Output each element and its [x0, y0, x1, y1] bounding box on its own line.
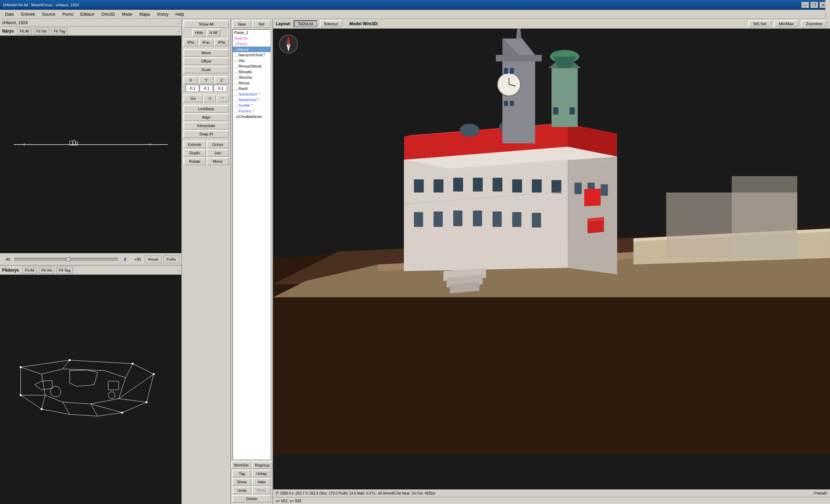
mirror-button[interactable]: Mirror: [207, 158, 229, 165]
menu-item-orto3d[interactable]: Orto3D: [98, 11, 118, 18]
offset-button[interactable]: Offset: [183, 57, 229, 65]
pudorys-canvas[interactable]: [0, 275, 181, 504]
scale-button[interactable]: Scale: [183, 66, 229, 74]
min-max-button[interactable]: Min/Max: [774, 20, 798, 27]
menu-item-snímek[interactable]: Snímek: [17, 11, 39, 18]
move-button[interactable]: Move: [183, 49, 229, 57]
list-item[interactable]: ....NarozniVchod *: [233, 52, 271, 58]
narys-fit-all[interactable]: Fit All: [17, 28, 32, 35]
linebase-button[interactable]: LineBase: [183, 105, 229, 113]
svg-point-21: [132, 363, 134, 364]
undo-button[interactable]: Undo: [232, 486, 251, 494]
todolist-tab[interactable]: ToDoList: [294, 20, 317, 27]
bokorys-tab[interactable]: Bokorys: [320, 20, 342, 27]
narys-fit-vis[interactable]: Fit Vis: [34, 28, 49, 35]
untag-button[interactable]: Untag: [252, 470, 271, 477]
xyz-values-row: [183, 85, 229, 92]
duplic-button[interactable]: Duplic: [183, 149, 206, 157]
svg-rect-68: [512, 180, 522, 192]
svg-line-14: [42, 395, 45, 409]
menu-item-mapa[interactable]: Mapa: [136, 11, 153, 18]
redo-button[interactable]: Redo: [252, 486, 271, 494]
workset-button[interactable]: WorkSet: [231, 461, 251, 469]
tag-button[interactable]: Tag: [232, 470, 251, 477]
extrude-button[interactable]: Extrude: [183, 141, 206, 148]
menu-item-data[interactable]: Data: [1, 11, 17, 18]
go-button[interactable]: Go: [183, 94, 203, 102]
tpts-button[interactable]: tPts: [183, 38, 198, 46]
menu-item-source[interactable]: Source: [39, 11, 59, 18]
list-item[interactable]: ....Rimsa: [233, 80, 271, 86]
menu-item-pumo[interactable]: Pumo: [59, 11, 77, 18]
narys-canvas[interactable]: [0, 36, 181, 253]
ochoz-button[interactable]: Ochoz: [207, 141, 229, 148]
svg-point-24: [121, 412, 123, 413]
svg-rect-75: [493, 211, 502, 227]
regroup-button[interactable]: Regroup: [252, 461, 272, 469]
viewport-top-header: Nárys Fit All Fit Vis Fit Tag -: [0, 27, 181, 36]
list-item[interactable]: .uFanta: [233, 41, 271, 47]
foro-button[interactable]: FoRo: [163, 255, 179, 263]
pudorys-fit-all[interactable]: Fit All: [22, 267, 37, 274]
svg-point-23: [146, 401, 148, 403]
y-input[interactable]: [200, 85, 213, 92]
list-item[interactable]: ....Strecha: [233, 75, 271, 80]
list-new-set-row: New Set: [231, 19, 272, 29]
coords-text: x= 652, y= 933: [276, 499, 301, 503]
set-button[interactable]: Set: [252, 20, 271, 28]
h-all-button[interactable]: H All: [207, 29, 220, 36]
list-item[interactable]: ....Svetlik *: [233, 103, 271, 108]
new-button[interactable]: New: [232, 20, 251, 28]
list-item[interactable]: ..uChodbaSever: [233, 114, 271, 119]
rotate-button[interactable]: Rotate: [183, 158, 206, 165]
svg-point-17: [50, 386, 61, 397]
tfac-button[interactable]: tFac: [199, 38, 214, 46]
x-button[interactable]: X: [183, 76, 198, 84]
y-button[interactable]: Y: [199, 76, 214, 84]
z-input[interactable]: [214, 85, 227, 92]
menu-item-mode[interactable]: Mode: [118, 11, 136, 18]
align-button[interactable]: Align: [183, 113, 229, 121]
list-item[interactable]: ....NastavbaZ *: [233, 97, 271, 103]
narys-fit-tag[interactable]: Fit Tag: [51, 28, 68, 35]
svg-point-20: [69, 359, 71, 361]
x-input[interactable]: [186, 85, 199, 92]
menu-item-editace[interactable]: Editace: [77, 11, 98, 18]
pudorys-fit-tag[interactable]: Fit Tag: [56, 267, 73, 274]
list-item[interactable]: ....Kominy *: [233, 108, 271, 114]
delete-button[interactable]: Delete: [232, 495, 271, 503]
slider-track[interactable]: [15, 258, 118, 261]
join-button[interactable]: Join: [207, 149, 229, 157]
list-item[interactable]: ....NastavbaV *: [233, 91, 271, 97]
list-item[interactable]: Sadova: [233, 35, 271, 41]
list-item[interactable]: ....Sloupky: [233, 69, 271, 75]
pudorys-fit-vis[interactable]: Fit Vis: [39, 267, 54, 274]
tpfa-button[interactable]: tPfa: [214, 38, 229, 46]
list-item[interactable]: ..uSever: [233, 47, 271, 52]
menu-item-help[interactable]: Help: [172, 11, 188, 18]
snap-pt-button[interactable]: Snap Pt: [183, 130, 229, 138]
filepath-bar: vHlavni, 1924 -: [0, 19, 181, 27]
restore-button[interactable]: ❐: [810, 2, 818, 8]
star-button[interactable]: *: [217, 94, 229, 102]
ws-set-button[interactable]: WS Set: [748, 20, 771, 27]
menu-item-vrstvy[interactable]: Vrstvy: [153, 11, 172, 18]
list-item[interactable]: ....Vez: [233, 58, 271, 63]
hide-btn2[interactable]: Hide: [252, 478, 271, 486]
minus1-button[interactable]: -1: [203, 94, 216, 102]
show-all-button[interactable]: Show All: [183, 20, 229, 28]
viewport-bottom: Půdorys Fit All Fit Vis Fit Tag -: [0, 266, 181, 504]
viewport-3d[interactable]: [273, 29, 830, 489]
list-item[interactable]: ....Rantl: [233, 86, 271, 91]
list-item[interactable]: ....RimsaOblouk: [233, 63, 271, 69]
hide-button[interactable]: Hide: [192, 29, 206, 36]
reset-button[interactable]: Reset: [145, 255, 161, 263]
show-button[interactable]: Show: [232, 478, 251, 486]
minimize-button[interactable]: —: [801, 2, 809, 8]
interpolate-button[interactable]: Interpolate: [183, 122, 229, 130]
zoom-into-button[interactable]: ZoomInto: [801, 20, 827, 27]
list-item[interactable]: Paste_1: [233, 30, 271, 35]
list-items[interactable]: Paste_1Sadova.uFanta..uSever....NarozniV…: [232, 29, 271, 460]
layout-label: Layout:: [276, 21, 291, 26]
z-button[interactable]: Z: [214, 76, 229, 84]
